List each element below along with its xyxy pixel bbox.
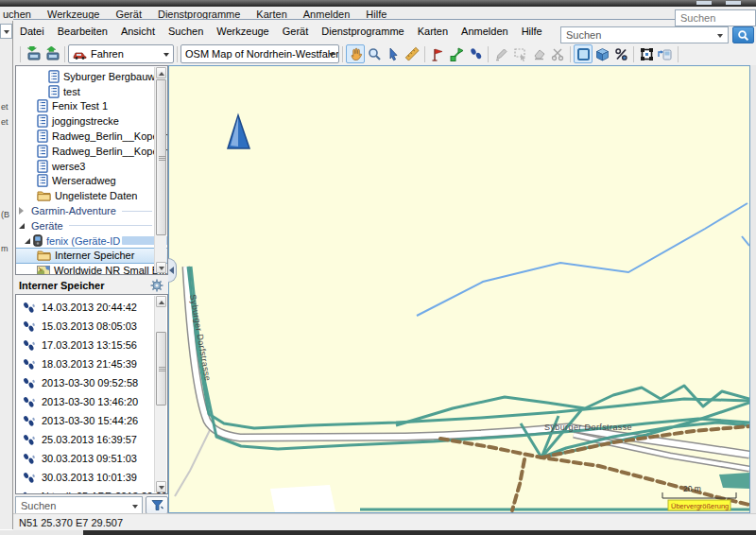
move-points-button-disabled[interactable] [510, 44, 529, 63]
tree-item[interactable]: Fenix Test 1 [16, 99, 167, 114]
tree-item[interactable]: Syburger Bergbauweg [16, 69, 167, 84]
chevron-left-icon [169, 267, 174, 274]
eraser-button-disabled[interactable] [529, 44, 548, 63]
bg-menu-item[interactable]: uchen [3, 9, 31, 20]
activity-label: Fahren [91, 48, 124, 60]
tree-item[interactable]: Worldwide NR Small B... [16, 263, 167, 275]
menu-item[interactable]: Gerät [283, 26, 309, 37]
bg-menu-item[interactable]: Karten [256, 9, 286, 20]
tree-item-label: Radweg_Berlin__Kopenh... [52, 146, 167, 157]
toolbar: Fahren OSM Map of Nordrhein-Westfalen [13, 43, 756, 65]
scroll-down-arrow[interactable] [156, 262, 166, 273]
tree-item[interactable]: Ungelistete Daten [16, 188, 167, 203]
tree-item-icon [37, 160, 48, 173]
map-product-selector[interactable]: OSM Map of Nordrhein-Westfalen [180, 44, 339, 63]
edge-text-fragment: (B [1, 210, 9, 219]
menu-item[interactable]: Ansicht [121, 26, 155, 37]
measure-tool-button[interactable] [403, 44, 421, 63]
detail-level-button[interactable] [611, 44, 630, 63]
filter-search-input[interactable]: Suchen [15, 496, 143, 514]
gps-tracks [188, 267, 749, 509]
tree-item[interactable]: werse3 [16, 159, 167, 174]
menu-item[interactable]: Karten [418, 26, 448, 37]
receive-from-device-button[interactable] [43, 44, 61, 63]
tree-item[interactable]: joggingstrecke [16, 113, 167, 129]
chevron-down-icon[interactable] [132, 505, 138, 509]
scroll-thumb[interactable] [156, 79, 166, 235]
new-route-button[interactable] [447, 44, 466, 63]
new-waypoint-button[interactable] [428, 44, 447, 63]
view-3d-button[interactable] [593, 44, 611, 63]
tree-item[interactable]: Werseradweg [16, 174, 167, 189]
scroll-down-arrow[interactable] [156, 481, 166, 492]
menu-item[interactable]: Anmelden [461, 26, 508, 37]
memory-track-row[interactable]: 14.03.2013 20:44:42 [16, 298, 167, 317]
divide-track-button-disabled[interactable] [548, 44, 567, 63]
map-product-label: OSM Map of Nordrhein-Westfalen [185, 48, 339, 60]
memory-track-row[interactable]: 15.03.2013 08:05:03 [16, 317, 167, 336]
bg-menu-item[interactable]: Gerät [115, 9, 142, 20]
map-canvas[interactable]: Syburger Dorfstrasse Syburger Dorfstrass… [168, 65, 750, 513]
expander-icon[interactable] [19, 223, 25, 229]
send-to-device-button[interactable] [24, 44, 43, 63]
menu-item[interactable]: Dienstprogramme [321, 26, 404, 37]
center-map-button[interactable] [637, 44, 656, 63]
filter-button[interactable] [146, 496, 168, 514]
tree-item[interactable]: Garmin-Adventure [16, 203, 167, 218]
pan-tool-button[interactable] [346, 44, 365, 63]
scroll-up-arrow[interactable] [156, 296, 166, 307]
menu-item[interactable]: Werkzeuge [216, 26, 268, 37]
memory-track-row[interactable]: 17.03.2013 13:15:56 [16, 336, 167, 354]
tree-item-icon [37, 99, 48, 112]
tree-item-label: Garmin-Adventure [31, 205, 116, 216]
menu-item[interactable]: Hilfe [522, 26, 542, 37]
select-tool-button[interactable] [384, 44, 403, 63]
tree-scrollbar[interactable] [154, 67, 166, 273]
view-2d-button[interactable] [574, 44, 593, 63]
expander-icon[interactable] [19, 207, 24, 215]
gear-icon[interactable] [150, 279, 163, 292]
bg-menu-item[interactable]: Dienstprogramme [158, 9, 240, 20]
memory-track-row[interactable]: 25.03.2013 16:39:57 [16, 430, 167, 449]
tree-item-icon [37, 129, 48, 143]
tree-item[interactable]: Radweg_Berlin__Kopenh... [16, 129, 167, 144]
memory-track-row[interactable]: Aktuell: 05.APR.2013 20:20 [16, 487, 167, 494]
waypoint-flag-icon [431, 47, 444, 61]
bg-menu-item[interactable]: Hilfe [366, 9, 387, 20]
tree-item[interactable]: fenix (Geräte-ID [16, 233, 167, 249]
bg-search-input[interactable]: Suchen [675, 9, 756, 26]
track-timestamp: 2013-03-30 13:46:20 [42, 396, 138, 407]
sync-device-button[interactable] [656, 44, 675, 63]
edit-tool-button-disabled[interactable] [491, 44, 510, 63]
scroll-thumb[interactable] [156, 332, 166, 406]
search-input[interactable]: Suchen [560, 26, 729, 43]
center-view-icon [640, 47, 654, 61]
new-track-button[interactable] [466, 44, 485, 63]
zoom-tool-button[interactable] [365, 44, 384, 63]
list-scrollbar[interactable] [154, 296, 166, 492]
tree-item[interactable]: Interner Speicher [16, 249, 167, 264]
scroll-up-arrow[interactable] [156, 67, 166, 78]
memory-track-row[interactable]: 18.03.2013 21:45:39 [16, 354, 167, 373]
menu-item[interactable]: Bearbeiten [58, 26, 108, 37]
bg-menu-item[interactable]: Werkzeuge [47, 9, 99, 20]
tree-item-icon [37, 250, 51, 261]
search-button[interactable] [732, 26, 754, 43]
menubar: DateiBearbeitenAnsichtSuchenWerkzeugeGer… [13, 20, 557, 43]
tree-item[interactable]: Geräte [16, 218, 167, 233]
chevron-down-icon[interactable] [717, 34, 723, 38]
bg-menu-item[interactable]: Anmelden [303, 9, 351, 20]
memory-track-row[interactable]: 2013-03-30 15:44:26 [16, 411, 167, 430]
track-timestamp: 25.03.2013 16:39:57 [42, 434, 137, 445]
memory-track-row[interactable]: 30.03.2013 09:51:03 [16, 449, 167, 468]
memory-track-row[interactable]: 2013-03-30 09:52:58 [16, 373, 167, 392]
menu-item[interactable]: Suchen [168, 26, 203, 37]
toolbar-separator [342, 46, 343, 62]
tree-item[interactable]: Radweg_Berlin__Kopenh... [16, 144, 167, 159]
menu-item[interactable]: Datei [20, 26, 44, 37]
activity-selector[interactable]: Fahren [68, 44, 174, 63]
tree-item[interactable]: test [16, 84, 167, 99]
expander-icon[interactable] [25, 238, 30, 244]
memory-track-row[interactable]: 2013-03-30 13:46:20 [16, 392, 167, 411]
memory-track-row[interactable]: 30.03.2013 10:01:39 [16, 468, 167, 487]
